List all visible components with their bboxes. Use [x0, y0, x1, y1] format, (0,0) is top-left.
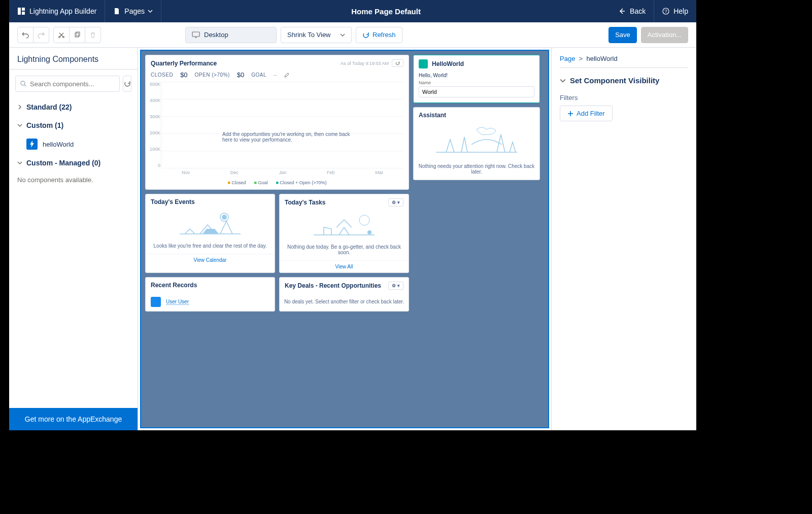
save-button[interactable]: Save — [608, 27, 637, 43]
closed-value: $0 — [180, 71, 187, 79]
chevron-down-icon — [17, 160, 22, 165]
recent-record-link[interactable]: User User — [166, 299, 189, 305]
help-icon: ? — [662, 8, 669, 15]
svg-rect-2 — [22, 12, 25, 15]
section-standard[interactable]: Standard (22) — [9, 98, 138, 116]
no-components-message: No components available. — [9, 172, 138, 188]
card-title: Today's Events — [151, 198, 195, 205]
edit-icon[interactable] — [284, 73, 289, 78]
card-todays-tasks[interactable]: Today's Tasks ⚙ ▾ Nothing due today. Be … — [279, 194, 409, 273]
chevron-down-icon — [17, 123, 22, 128]
tasks-menu-button[interactable]: ⚙ ▾ — [388, 198, 403, 207]
card-quarterly-performance[interactable]: Quarterly Performance As of Today 9:19:0… — [145, 55, 409, 190]
breadcrumb-page[interactable]: Page — [560, 55, 575, 62]
search-input-wrapper[interactable] — [15, 76, 120, 92]
svg-point-10 — [21, 81, 25, 85]
page-title: Home Page Default — [161, 0, 611, 22]
helloworld-greeting: Hello, World! — [419, 73, 534, 78]
helloworld-name: HelloWorld — [432, 60, 464, 67]
events-message: Looks like you're free and clear the res… — [146, 238, 275, 254]
redo-button[interactable] — [33, 27, 49, 43]
open-value: $0 — [237, 71, 244, 79]
section-custom[interactable]: Custom (1) — [9, 116, 138, 134]
canvas[interactable]: Quarterly Performance As of Today 9:19:0… — [138, 48, 551, 430]
card-title: Recent Records — [151, 282, 197, 289]
fit-select[interactable]: Shrink To View — [281, 27, 352, 43]
copy-button[interactable] — [69, 27, 85, 43]
section-standard-label: Standard (22) — [26, 103, 72, 111]
appexchange-link[interactable]: Get more on the AppExchange — [9, 408, 138, 430]
deals-message: No deals yet. Select another filter or c… — [280, 294, 409, 310]
goal-value: -- — [274, 72, 277, 78]
chart-empty-message: Add the opportunities you're working on,… — [222, 131, 354, 143]
refresh-components-button[interactable] — [123, 76, 131, 92]
topbar: Lightning App Builder Pages Home Page De… — [9, 0, 696, 22]
view-all-link[interactable]: View All — [280, 260, 409, 272]
search-input[interactable] — [30, 80, 115, 88]
deals-menu-button[interactable]: ⚙ ▾ — [388, 282, 403, 290]
chevron-right-icon — [17, 105, 22, 110]
svg-rect-1 — [22, 8, 25, 11]
section-custom-managed[interactable]: Custom - Managed (0) — [9, 154, 138, 172]
section-custom-label: Custom (1) — [26, 121, 63, 129]
svg-text:?: ? — [665, 9, 667, 14]
tasks-illustration-icon — [280, 211, 409, 239]
app-label: Lightning App Builder — [29, 7, 96, 15]
card-title: Key Deals - Recent Opportunities — [285, 282, 381, 289]
delete-button[interactable] — [85, 27, 101, 43]
component-item-label: helloWorld — [43, 141, 74, 148]
back-arrow-icon — [619, 8, 626, 15]
search-icon — [20, 80, 27, 87]
visibility-title: Set Component Visibility — [570, 76, 659, 85]
svg-rect-0 — [18, 8, 21, 15]
card-helloworld[interactable]: HelloWorld Hello, World! Name — [413, 55, 540, 103]
builder-icon — [17, 7, 25, 15]
breadcrumb-current: helloWorld — [586, 55, 617, 62]
card-key-deals[interactable]: Key Deals - Recent Opportunities ⚙ ▾ No … — [279, 277, 409, 312]
help-button[interactable]: ? Help — [654, 0, 696, 22]
card-title: Quarterly Performance — [151, 60, 217, 67]
visibility-header[interactable]: Set Component Visibility — [560, 76, 688, 85]
refresh-button[interactable]: Refresh — [356, 27, 402, 43]
card-todays-events[interactable]: Today's Events Looks like you're free an… — [145, 194, 275, 273]
chevron-down-icon — [560, 78, 566, 84]
components-panel: Lightning Components Standard (22) Custo… — [9, 48, 138, 430]
properties-panel: Page > helloWorld Set Component Visibili… — [551, 48, 696, 430]
asof-label: As of Today 9:19:03 AM — [341, 61, 389, 66]
component-item-helloworld[interactable]: helloWorld — [9, 134, 138, 154]
back-button[interactable]: Back — [611, 0, 654, 22]
activation-button[interactable]: Activation... — [641, 27, 688, 43]
filters-label: Filters — [560, 94, 688, 101]
undo-button[interactable] — [17, 27, 33, 43]
card-title: Assistant — [419, 112, 446, 119]
fit-label: Shrink To View — [287, 31, 331, 39]
back-label: Back — [630, 7, 646, 15]
helloworld-field-label: Name — [419, 80, 534, 85]
chart-area: 500K 400K 300K 200K 100K 0 — [161, 82, 403, 168]
device-select[interactable]: Desktop — [185, 27, 277, 43]
card-recent-records[interactable]: Recent Records User User — [145, 277, 275, 312]
help-label: Help — [673, 7, 688, 15]
card-title: Today's Tasks — [285, 199, 325, 206]
components-panel-title: Lightning Components — [9, 48, 138, 69]
refresh-label: Refresh — [373, 31, 396, 39]
svg-rect-8 — [76, 32, 80, 36]
cut-button[interactable] — [53, 27, 70, 43]
user-avatar-icon — [151, 297, 161, 307]
recent-record-item[interactable]: User User — [146, 293, 275, 311]
pages-menu[interactable]: Pages — [105, 0, 161, 22]
card-assistant[interactable]: Assistant Nothing needs your attention r… — [413, 107, 540, 180]
helloworld-icon — [419, 59, 428, 68]
assistant-message: Nothing needs your attention right now. … — [414, 158, 539, 180]
assistant-illustration-icon — [414, 123, 539, 158]
helloworld-name-input[interactable] — [419, 86, 534, 97]
goal-label: GOAL — [251, 72, 266, 78]
svg-point-13 — [359, 215, 369, 225]
desktop-icon — [192, 31, 200, 39]
breadcrumb: Page > helloWorld — [560, 55, 688, 62]
add-filter-button[interactable]: Add Filter — [560, 106, 613, 121]
app-brand: Lightning App Builder — [9, 0, 105, 22]
refresh-icon[interactable] — [392, 59, 403, 67]
plus-icon — [567, 111, 573, 117]
view-calendar-link[interactable]: View Calendar — [146, 254, 275, 266]
